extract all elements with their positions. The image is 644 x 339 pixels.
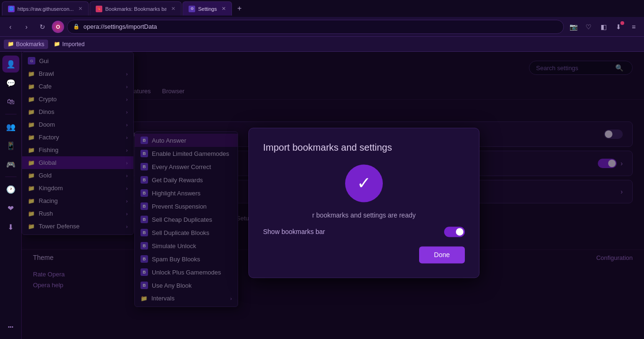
show-bookmarks-knob	[456, 228, 463, 235]
tab-1-favicon: 🌐	[8, 6, 15, 12]
back-button[interactable]: ‹	[4, 20, 17, 33]
bookmarks-folder-label: Bookmarks	[16, 41, 44, 48]
main-layout: 👤 💬 🛍 👥 📱 🎮 🕐 ❤	[0, 52, 644, 339]
sidebar: 👤 💬 🛍 👥 📱 🎮 🕐 ❤	[0, 52, 22, 339]
chat-icon: 💬	[6, 79, 16, 88]
browser-window: 🌐 https://raw.githusercon... ✕ 🔖 Bookmar…	[0, 0, 644, 339]
show-bookmarks-row: Show bookmarks bar	[263, 226, 465, 237]
more-icon: •••	[8, 324, 14, 330]
download-badge	[620, 21, 624, 25]
tab-bar: 🌐 https://raw.githusercon... ✕ 🔖 Bookmar…	[0, 0, 644, 17]
tab-3-title: Settings	[198, 6, 217, 12]
sidebar-icon-phone[interactable]: 📱	[2, 137, 19, 154]
phone-icon: 📱	[6, 141, 16, 150]
sidebar-divider-1	[5, 114, 17, 114]
address-bar[interactable]: 🔒 opera://settings/importData	[67, 20, 564, 34]
sidebar-icon-chat[interactable]: 💬	[2, 74, 19, 91]
wallet-button[interactable]: ◧	[597, 20, 610, 33]
sidebar-divider-2	[5, 177, 17, 177]
sidebar-icon-wishlist[interactable]: ❤	[2, 200, 19, 217]
sidebar-icon-account[interactable]: 👤	[2, 56, 19, 73]
import-dialog: Import bookmarks and settings ✓ r bookma…	[248, 128, 479, 278]
import-ready-text: r bookmarks and settings are ready	[263, 211, 465, 219]
forward-button[interactable]: ›	[20, 20, 33, 33]
sidebar-icon-discord[interactable]: 🎮	[2, 156, 19, 173]
sidebar-icon-downloads[interactable]: ⬇	[2, 218, 19, 235]
contacts-icon: 👥	[6, 122, 16, 131]
wishlist-icon: ❤	[8, 204, 14, 213]
discord-icon: 🎮	[6, 160, 16, 169]
history-icon: 🕐	[6, 185, 16, 194]
tab-2-favicon: 🔖	[96, 6, 102, 12]
back-icon: ‹	[9, 23, 12, 31]
refresh-icon: ↻	[40, 23, 45, 31]
checkmark-icon: ✓	[357, 173, 371, 193]
tab-2-close[interactable]: ✕	[171, 6, 175, 12]
tab-3-close[interactable]: ✕	[222, 6, 226, 12]
bookmarks-folder-icon: 📁	[8, 41, 14, 47]
refresh-button[interactable]: ↻	[36, 20, 49, 33]
sidebar-icon-more[interactable]: •••	[2, 318, 19, 335]
favorites-button[interactable]: ♡	[582, 20, 595, 33]
show-bookmarks-label: Show bookmarks bar	[263, 228, 325, 235]
bookmarks-folder[interactable]: 📁 Bookmarks	[4, 40, 48, 49]
tab-3[interactable]: ⚙ Settings ✕	[182, 1, 232, 16]
imported-folder-icon: 📁	[54, 41, 60, 47]
opera-logo: O	[52, 21, 64, 33]
nav-bar: ‹ › ↻ O 🔒 opera://settings/importData 📷 …	[0, 17, 644, 37]
lock-icon: 🔒	[73, 24, 80, 30]
nav-right-icons: 📷 ♡ ◧ ⬇ ≡	[567, 20, 640, 33]
sidebar-icon-shop[interactable]: 🛍	[2, 93, 19, 110]
download-button[interactable]: ⬇	[612, 20, 625, 33]
imported-folder[interactable]: 📁 Imported	[50, 40, 88, 49]
camera-button[interactable]: 📷	[567, 20, 580, 33]
settings-panel: O Sett... 🔍 GX Basic Privacy & s... Feat…	[22, 52, 644, 339]
tab-1-close[interactable]: ✕	[78, 6, 83, 12]
address-text: opera://settings/importData	[83, 23, 157, 30]
account-icon: 👤	[6, 60, 16, 69]
checkmark-circle: ✓	[345, 164, 383, 202]
imported-folder-label: Imported	[62, 41, 84, 48]
forward-icon: ›	[25, 23, 28, 31]
new-tab-button[interactable]: +	[233, 2, 246, 15]
import-dialog-title: Import bookmarks and settings	[263, 142, 465, 153]
sidebar-icon-contacts[interactable]: 👥	[2, 118, 19, 135]
tab-1[interactable]: 🌐 https://raw.githusercon... ✕	[2, 1, 89, 16]
tab-3-favicon: ⚙	[189, 6, 195, 12]
done-button[interactable]: Done	[419, 246, 465, 263]
sidebar-icon-history[interactable]: 🕐	[2, 181, 19, 198]
tab-1-title: https://raw.githusercon...	[17, 6, 74, 12]
bookmarks-bar: 📁 Bookmarks 📁 Imported	[0, 37, 644, 52]
shop-icon: 🛍	[7, 97, 15, 106]
tab-2[interactable]: 🔖 Bookmarks: Bookmarks bar ✕	[90, 1, 182, 16]
tab-2-title: Bookmarks: Bookmarks bar	[105, 6, 166, 12]
menu-button[interactable]: ≡	[627, 20, 640, 33]
downloads-icon: ⬇	[8, 223, 14, 232]
show-bookmarks-toggle[interactable]	[444, 226, 465, 237]
